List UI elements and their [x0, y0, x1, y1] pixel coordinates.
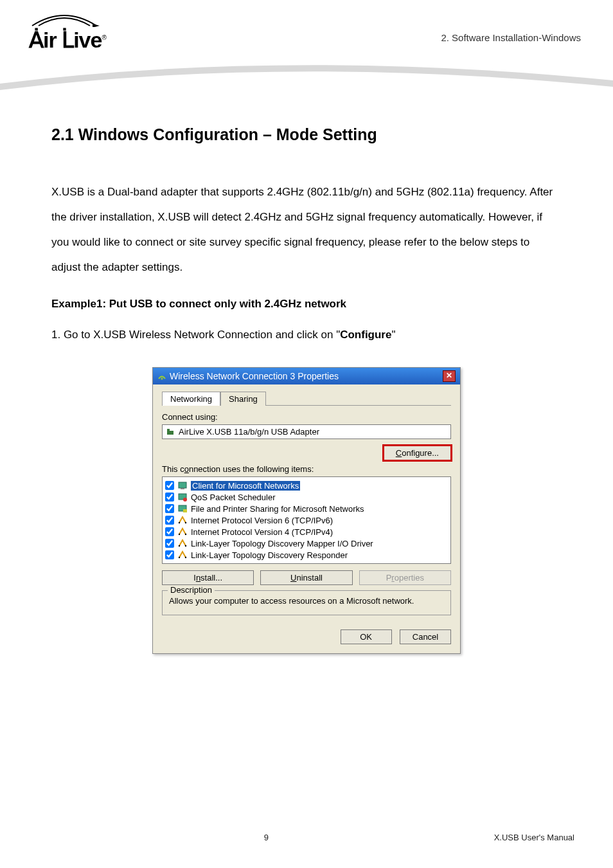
page-number: 9 [39, 833, 494, 842]
adapter-name: AirLive X.USB 11a/b/g/n USB Adapter [179, 427, 319, 437]
item-checkbox[interactable] [165, 504, 174, 513]
list-item[interactable]: Internet Protocol Version 4 (TCP/IPv4) [164, 526, 449, 538]
cancel-button[interactable]: Cancel [400, 629, 451, 644]
logo-text: Ȧir L̇ive® [29, 27, 106, 53]
svg-rect-9 [183, 509, 187, 512]
item-checkbox[interactable] [165, 539, 174, 548]
configure-button[interactable]: Configure... [384, 446, 451, 460]
fileshare-icon [177, 503, 188, 514]
adapter-field: AirLive X.USB 11a/b/g/n USB Adapter [162, 424, 451, 439]
example-heading: Example1: Put USB to connect only with 2… [51, 298, 562, 311]
intro-paragraph: X.USB is a Dual-band adapter that suppor… [51, 179, 562, 280]
svg-point-7 [183, 498, 187, 502]
page-footer: 9 X.USB User's Manual [0, 833, 613, 842]
svg-rect-4 [179, 482, 186, 488]
list-item[interactable]: QoS Packet Scheduler [164, 491, 449, 503]
description-title: Description [168, 585, 215, 595]
protocol-icon [177, 538, 188, 548]
item-checkbox[interactable] [165, 481, 174, 490]
svg-point-11 [185, 522, 186, 523]
protocol-icon [177, 515, 188, 525]
svg-point-12 [179, 534, 180, 535]
tab-strip: NetworkingSharing [162, 391, 451, 406]
tab-networking[interactable]: Networking [162, 392, 220, 406]
svg-rect-5 [181, 488, 184, 489]
svg-point-1 [161, 378, 163, 380]
qos-icon [177, 492, 188, 502]
description-text: Allows your computer to access resources… [169, 596, 444, 606]
step-1: 1. Go to X.USB Wireless Network Connecti… [51, 329, 562, 341]
close-button[interactable]: ✕ [443, 370, 456, 382]
item-checkbox[interactable] [165, 493, 174, 502]
items-listbox[interactable]: Client for Microsoft Networks QoS Packet… [162, 476, 451, 564]
install-button[interactable]: Install... [162, 570, 254, 585]
manual-title: X.USB User's Manual [494, 833, 574, 842]
brand-logo: Ȧir L̇ive® [29, 13, 106, 53]
list-item[interactable]: Internet Protocol Version 6 (TCP/IPv6) [164, 514, 449, 526]
breadcrumb: 2. Software Installation-Windows [441, 32, 581, 43]
connect-using-label: Connect using: [162, 412, 451, 422]
protocol-icon [177, 527, 188, 537]
svg-point-14 [179, 545, 180, 547]
section-title: 2.1 Windows Configuration – Mode Setting [51, 125, 562, 144]
dialog-titlebar: Wireless Network Connection 3 Properties… [153, 368, 460, 384]
svg-point-15 [185, 545, 186, 547]
item-checkbox[interactable] [165, 527, 174, 536]
properties-button[interactable]: Properties [359, 570, 451, 585]
uninstall-button[interactable]: Uninstall [260, 570, 352, 585]
list-item[interactable]: Link-Layer Topology Discovery Mapper I/O… [164, 538, 449, 549]
tab-sharing[interactable]: Sharing [220, 392, 266, 406]
logo-arc-icon [29, 13, 100, 27]
dialog-title: Wireless Network Connection 3 Properties [170, 371, 339, 381]
adapter-icon [166, 428, 175, 437]
configure-label: onfigure... [402, 448, 439, 458]
svg-point-17 [185, 557, 186, 558]
svg-point-10 [179, 522, 180, 523]
protocol-icon [177, 550, 188, 560]
items-label: This connection uses the following items… [162, 464, 451, 474]
ok-button[interactable]: OK [341, 629, 392, 644]
list-item[interactable]: Client for Microsoft Networks [164, 480, 449, 491]
item-checkbox[interactable] [165, 516, 174, 525]
svg-rect-3 [167, 429, 170, 431]
list-item[interactable]: Link-Layer Topology Discovery Responder [164, 549, 449, 561]
description-group: Description Allows your computer to acce… [162, 590, 451, 615]
item-checkbox[interactable] [165, 550, 174, 559]
client-icon [177, 480, 188, 491]
list-item[interactable]: File and Printer Sharing for Microsoft N… [164, 503, 449, 514]
properties-dialog: Wireless Network Connection 3 Properties… [152, 367, 461, 654]
svg-point-13 [185, 534, 186, 535]
header-swoosh [0, 58, 613, 96]
svg-point-16 [179, 557, 180, 558]
wireless-icon [157, 372, 166, 381]
svg-rect-2 [167, 431, 173, 435]
